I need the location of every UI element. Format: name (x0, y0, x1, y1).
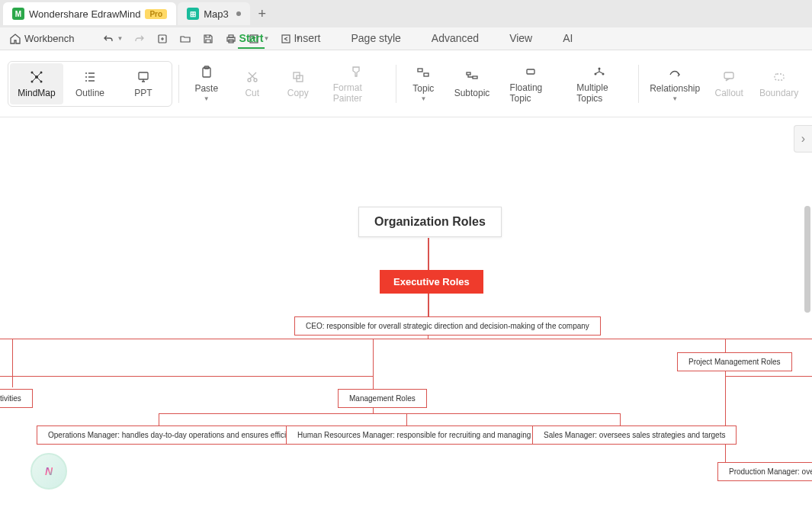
activities-node[interactable]: ctivities (0, 389, 33, 408)
expand-side-panel-button[interactable]: › (794, 125, 812, 153)
chevron-down-icon: ▼ (204, 95, 210, 102)
format-painter-icon (348, 64, 364, 79)
unsaved-dot-icon (236, 11, 241, 16)
floating-topic-button[interactable]: Floating Topic (499, 58, 563, 110)
document-tab[interactable]: ⊞ Map3 (178, 2, 250, 25)
connector (428, 238, 429, 270)
tab-pagestyle[interactable]: Page style (349, 29, 402, 49)
copy-icon (290, 69, 306, 85)
chevron-down-icon: ▼ (117, 35, 124, 42)
app-tab-label: Wondershare EdrawMind (29, 8, 140, 20)
outline-label: Outline (75, 88, 104, 98)
ceo-node[interactable]: CEO: responsible for overall strategic d… (294, 316, 601, 336)
management-roles-node[interactable]: Management Roles (338, 389, 427, 408)
format-painter-label: Format Painter (333, 82, 379, 104)
boundary-button[interactable]: Boundary (753, 63, 804, 104)
tab-ai[interactable]: AI (561, 29, 574, 49)
svg-rect-22 (527, 69, 534, 74)
new-tab-button[interactable]: + (252, 3, 273, 24)
tab-insert[interactable]: Insert (292, 29, 322, 49)
svg-point-14 (248, 79, 251, 82)
workbench-label: Workbench (24, 33, 75, 44)
ai-assistant-button[interactable]: N (30, 453, 67, 490)
connector (620, 413, 621, 425)
connector (12, 339, 13, 387)
print-icon (225, 33, 237, 45)
production-manager-node[interactable]: Production Manager: overs (717, 462, 812, 481)
boundary-icon (772, 69, 787, 85)
ppt-label: PPT (134, 88, 152, 98)
connector (725, 339, 726, 352)
floating-topic-icon (523, 64, 538, 79)
svg-rect-21 (473, 76, 477, 79)
pm-roles-node[interactable]: Project Management Roles (677, 352, 792, 371)
paste-label: Paste (194, 83, 218, 94)
topic-icon (416, 65, 431, 80)
svg-rect-19 (424, 73, 428, 76)
operations-manager-node[interactable]: Operations Manager: handles day-to-day o… (37, 425, 313, 445)
mindmap-label: MindMap (18, 88, 55, 98)
open-file-button[interactable] (176, 31, 194, 47)
format-painter-button[interactable]: Format Painter (323, 58, 390, 110)
callout-icon (721, 69, 737, 85)
floating-topic-label: Floating Topic (510, 82, 553, 104)
svg-rect-20 (467, 72, 470, 75)
connector (0, 339, 812, 339)
doc-icon: ⊞ (187, 8, 199, 20)
vertical-scrollbar[interactable] (804, 206, 810, 313)
mindmap-icon (29, 69, 44, 85)
svg-point-15 (254, 79, 257, 82)
svg-rect-11 (139, 72, 148, 79)
hr-manager-node[interactable]: Human Resources Manager: responsible for… (286, 425, 559, 445)
topic-button[interactable]: Topic ▼ (402, 59, 445, 108)
view-mode-group: MindMap Outline PPT (8, 61, 172, 107)
subtopic-button[interactable]: Subtopic (448, 63, 496, 104)
relationship-label: Relationship (650, 83, 700, 94)
mindmap-view-button[interactable]: MindMap (10, 63, 63, 104)
connector (406, 413, 407, 425)
redo-button[interactable] (130, 31, 149, 47)
relationship-icon (667, 65, 682, 80)
svg-rect-12 (203, 68, 210, 77)
mindmap-canvas[interactable]: Organization Roles Executive Roles CEO: … (0, 117, 812, 517)
connector (0, 376, 373, 377)
connector (428, 292, 429, 316)
svg-rect-2 (229, 35, 233, 37)
connector (159, 413, 159, 425)
app-tab[interactable]: M Wondershare EdrawMind Pro (3, 2, 176, 25)
home-button[interactable]: Workbench (6, 31, 78, 47)
connector (725, 376, 812, 377)
callout-label: Callout (714, 88, 743, 98)
multiple-topics-button[interactable]: Multiple Topics (566, 58, 632, 110)
topic-label: Topic (412, 83, 434, 94)
undo-icon (102, 33, 114, 45)
tab-view[interactable]: View (508, 29, 534, 49)
main-menu: Start Insert Page style Advanced View AI (238, 29, 575, 49)
save-button[interactable] (199, 31, 217, 47)
tab-bar: M Wondershare EdrawMind Pro ⊞ Map3 + (0, 0, 812, 27)
document-tab-label: Map3 (204, 8, 229, 20)
chevron-right-icon: › (801, 132, 805, 146)
cut-icon (245, 69, 260, 85)
redo-icon (133, 33, 146, 45)
pro-badge: Pro (145, 9, 167, 19)
outline-view-button[interactable]: Outline (63, 63, 117, 104)
sales-manager-node[interactable]: Sales Manager: oversees sales strategies… (532, 425, 737, 445)
chevron-down-icon: ▼ (420, 95, 426, 102)
new-file-button[interactable] (153, 31, 172, 47)
ppt-view-button[interactable]: PPT (117, 63, 170, 104)
executive-roles-node[interactable]: Executive Roles (380, 270, 483, 294)
cut-button[interactable]: Cut (231, 63, 274, 104)
root-node[interactable]: Organization Roles (358, 207, 502, 237)
undo-button[interactable]: ▼ (99, 31, 127, 47)
copy-button[interactable]: Copy (277, 63, 319, 104)
multiple-topics-icon (592, 64, 607, 79)
app-logo-icon: M (12, 8, 24, 20)
relationship-button[interactable]: Relationship ▼ (645, 59, 704, 108)
tab-advanced[interactable]: Advanced (430, 29, 480, 49)
tab-start[interactable]: Start (238, 29, 265, 49)
svg-rect-18 (418, 69, 422, 72)
callout-button[interactable]: Callout (708, 63, 750, 104)
quick-access-bar: Workbench ▼ ▼ (0, 27, 812, 50)
paste-button[interactable]: Paste ▼ (185, 59, 228, 108)
